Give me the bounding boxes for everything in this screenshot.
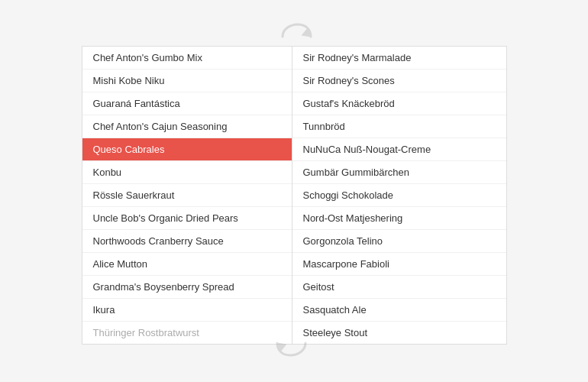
left-list-panel: Chef Anton's Gumbo MixMishi Kobe NikuGua… [82, 47, 292, 344]
list-item[interactable]: Gorgonzola Telino [292, 230, 506, 253]
list-item[interactable]: Gumbär Gummibärchen [292, 161, 506, 184]
refresh-arrow-bottom[interactable] [271, 328, 317, 358]
main-container: Chef Anton's Gumbo MixMishi Kobe NikuGua… [0, 0, 588, 382]
list-item[interactable]: Ikura [82, 299, 292, 322]
dual-list: Chef Anton's Gumbo MixMishi Kobe NikuGua… [82, 46, 507, 345]
list-item[interactable]: Mascarpone Fabioli [292, 253, 506, 276]
list-item[interactable]: Sir Rodney's Marmalade [292, 47, 506, 70]
list-item[interactable]: Rössle Sauerkraut [82, 184, 292, 207]
list-item[interactable]: Alice Mutton [82, 253, 292, 276]
list-item[interactable]: Sir Rodney's Scones [292, 70, 506, 92]
list-item[interactable]: Geitost [292, 276, 506, 299]
list-item[interactable]: Sasquatch Ale [292, 299, 506, 322]
list-item[interactable]: NuNuCa Nuß-Nougat-Creme [292, 138, 506, 161]
list-item[interactable]: Konbu [82, 161, 292, 184]
list-item[interactable]: Mishi Kobe Niku [82, 70, 292, 92]
list-item[interactable]: Grandma's Boysenberry Spread [82, 276, 292, 299]
list-item[interactable]: Chef Anton's Cajun Seasoning [82, 115, 292, 138]
list-item[interactable]: Gustaf's Knäckebröd [292, 92, 506, 115]
list-item[interactable]: Guaraná Fantástica [82, 92, 292, 115]
list-item[interactable]: Tunnbröd [292, 115, 506, 138]
refresh-arrow-top[interactable] [271, 21, 317, 52]
list-item[interactable]: Queso Cabrales [82, 138, 292, 161]
list-item[interactable]: Uncle Bob's Organic Dried Pears [82, 207, 292, 230]
list-item[interactable]: Chef Anton's Gumbo Mix [82, 47, 292, 70]
right-list-panel: Sir Rodney's MarmaladeSir Rodney's Scone… [292, 47, 506, 344]
list-item[interactable]: Steeleye Stout [292, 322, 506, 344]
list-item[interactable]: Thüringer Rostbratwurst [82, 322, 292, 344]
list-item[interactable]: Northwoods Cranberry Sauce [82, 230, 292, 253]
list-item[interactable]: Schoggi Schokolade [292, 184, 506, 207]
list-item[interactable]: Nord-Ost Matjeshering [292, 207, 506, 230]
